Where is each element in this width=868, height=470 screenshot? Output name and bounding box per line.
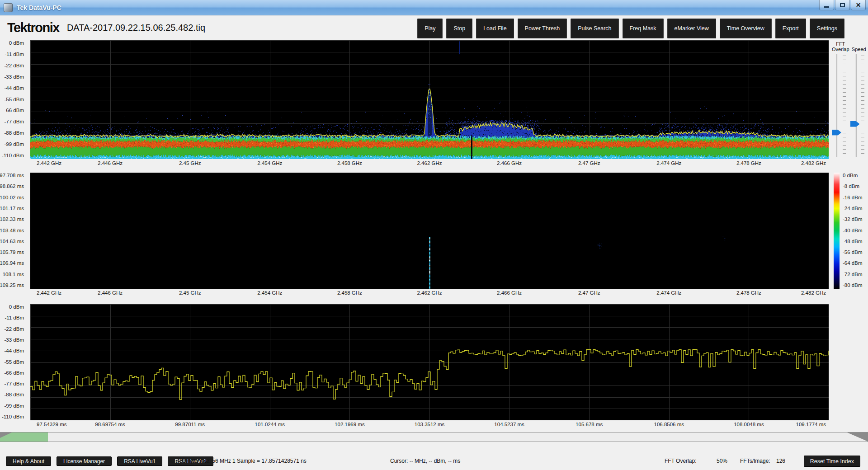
amplitude-right-spacer bbox=[829, 304, 868, 420]
spectrogram-freq-axis-tick: 2.466 GHz bbox=[497, 290, 522, 296]
spectrum-dbm-axis-tick: -11 dBm bbox=[5, 52, 24, 57]
colorbar-axis-tick: -40 dBm bbox=[843, 228, 862, 233]
spectrogram-time-axis-tick: 104.63 ms bbox=[0, 239, 24, 244]
app-window: Tek DataVu-PC ✕ Tektronix DATA-2017.09.2… bbox=[0, 0, 868, 470]
tektronix-logo: Tektronix bbox=[7, 20, 59, 35]
amplitude-time-axis-tick: 99.87011 ms bbox=[175, 422, 205, 427]
slider-panel: FFT Overlap Speed bbox=[829, 40, 868, 159]
colorbar-axis-tick: -16 dBm bbox=[843, 195, 862, 200]
speed-slider-ticks bbox=[861, 56, 864, 156]
loaded-filename: DATA-2017.09.22.15.06.25.482.tiq bbox=[67, 23, 205, 33]
colorbar-panel: 0 dBm-8 dBm-16 dBm-24 dBm-32 dBm-40 dBm-… bbox=[829, 173, 868, 289]
amplitude-time-axis-tick: 106.8506 ms bbox=[654, 422, 684, 427]
spectrogram-time-axis-tick: 98.862 ms bbox=[0, 183, 24, 189]
amplitude-time-axis-tick: 98.69754 ms bbox=[95, 422, 125, 427]
spectrum-freq-axis-tick: 2.454 GHz bbox=[257, 160, 282, 166]
statusbar-button-rsa-livevu1[interactable]: RSA LiveVu1 bbox=[117, 456, 162, 466]
amplitude-dbm-axis-tick: -11 dBm bbox=[5, 315, 24, 320]
spectrogram-time-axis-tick: 105.79 ms bbox=[0, 249, 24, 255]
amplitude-time-axis-tick: 103.3512 ms bbox=[415, 422, 445, 427]
toolbar-button-power-thresh[interactable]: Power Thresh bbox=[518, 19, 567, 38]
close-button[interactable]: ✕ bbox=[851, 0, 866, 10]
speed-slider-track[interactable] bbox=[855, 54, 857, 157]
spectrogram-freq-axis-tick: 2.482 GHz bbox=[801, 290, 826, 296]
speed-slider[interactable]: Speed bbox=[850, 40, 868, 159]
spectrogram-plot-area bbox=[30, 173, 829, 289]
statusbar-button-license-manager[interactable]: License Manager bbox=[57, 456, 112, 466]
colorbar-axis-tick: -80 dBm bbox=[843, 282, 862, 288]
amplitude-dbm-axis-tick: -22 dBm bbox=[5, 326, 24, 332]
ffts-per-image-value: 126 bbox=[776, 458, 785, 464]
amplitude-plot-area bbox=[30, 304, 829, 420]
ffts-per-image-label: FFTs/Image: bbox=[740, 458, 770, 464]
toolbar-button-export[interactable]: Export bbox=[775, 19, 806, 38]
toolbar-button-play[interactable]: Play bbox=[417, 19, 443, 38]
reset-time-index-button[interactable]: Reset Time Index bbox=[804, 456, 860, 467]
spectrogram-freq-axis-tick: 2.458 GHz bbox=[337, 290, 362, 296]
spectrogram-freq-axis-tick: 2.478 GHz bbox=[736, 290, 761, 296]
spectrogram-plot[interactable] bbox=[30, 173, 829, 289]
amplitude-dbm-axis-tick: -33 dBm bbox=[5, 337, 24, 343]
statusbar: Help & AboutLicense ManagerRSA LiveVu1RS… bbox=[0, 452, 868, 470]
amplitude-dbm-axis-tick: -110 dBm bbox=[2, 414, 24, 419]
spectrogram-time-axis-tick: 97.708 ms bbox=[0, 173, 24, 178]
toolbar-button-settings[interactable]: Settings bbox=[810, 19, 844, 38]
toolbar-button-pulse-search[interactable]: Pulse Search bbox=[571, 19, 618, 38]
spectrum-plot-area bbox=[30, 40, 829, 159]
spectrum-plot[interactable] bbox=[30, 40, 829, 159]
fft-overlap-slider-track[interactable] bbox=[836, 54, 838, 157]
spectrogram-freq-axis-tick: 2.45 GHz bbox=[179, 290, 201, 296]
spectrogram-time-axis-tick: 106.94 ms bbox=[0, 260, 24, 266]
fft-overlap-slider-ticks bbox=[843, 56, 846, 156]
amplitude-dbm-axis-tick: -77 dBm bbox=[5, 381, 24, 386]
statusbar-button-help-about[interactable]: Help & About bbox=[6, 456, 51, 466]
minimize-button[interactable] bbox=[819, 0, 834, 10]
spectrum-freq-axis-tick: 2.482 GHz bbox=[801, 160, 826, 166]
toolbar-button-time-overview[interactable]: Time Overview bbox=[720, 19, 772, 38]
spectrogram-time-axis: 97.708 ms98.862 ms100.02 ms101.17 ms102.… bbox=[0, 175, 30, 285]
speed-slider-thumb[interactable] bbox=[850, 121, 860, 127]
spectrum-freq-axis-tick: 2.47 GHz bbox=[578, 160, 600, 166]
toolbar-button-load-file[interactable]: Load File bbox=[476, 19, 514, 38]
spectrum-dbm-axis-tick: -66 dBm bbox=[5, 108, 24, 113]
app-icon bbox=[4, 3, 13, 12]
spectrogram-time-axis-tick: 100.02 ms bbox=[0, 195, 24, 200]
fft-overlap-status-label: FFT Overlap: bbox=[665, 458, 696, 464]
spectrogram-time-axis-tick: 101.17 ms bbox=[0, 206, 24, 211]
toolbar-button-freq-mask[interactable]: Freq Mask bbox=[623, 19, 664, 38]
titlebar[interactable]: Tek DataVu-PC ✕ bbox=[0, 0, 868, 15]
amplitude-dbm-axis-tick: 0 dBm bbox=[9, 304, 24, 310]
fft-overlap-slider-thumb[interactable] bbox=[832, 130, 841, 136]
spectrogram-freq-axis-tick: 2.454 GHz bbox=[257, 290, 282, 296]
spectrum-dbm-axis: 0 dBm-11 dBm-22 dBm-33 dBm-44 dBm-55 dBm… bbox=[0, 43, 30, 155]
spectrum-dbm-axis-tick: 0 dBm bbox=[9, 40, 24, 46]
toolbar: PlayStopLoad FilePower ThreshPulse Searc… bbox=[417, 19, 844, 38]
colorbar-axis-tick: -56 dBm bbox=[843, 249, 862, 255]
amplitude-dbm-axis-tick: -99 dBm bbox=[5, 403, 24, 409]
amplitude-time-axis-tick: 102.1969 ms bbox=[335, 422, 365, 427]
spectrum-dbm-axis-tick: -33 dBm bbox=[5, 74, 24, 80]
time-scrollbar[interactable] bbox=[0, 432, 868, 442]
colorbar-axis-tick: -64 dBm bbox=[843, 260, 862, 266]
cursor-readout-text: Cursor: -- MHz, -- dBm, -- ms bbox=[390, 458, 460, 464]
amplitude-plot[interactable] bbox=[30, 304, 829, 420]
minimize-icon bbox=[824, 6, 829, 8]
amplitude-dbm-axis-col: 0 dBm-11 dBm-22 dBm-33 dBm-44 dBm-55 dBm… bbox=[0, 304, 30, 420]
amplitude-dbm-axis-tick: -55 dBm bbox=[5, 359, 24, 365]
spectrum-freq-axis-tick: 2.466 GHz bbox=[497, 160, 522, 166]
header: Tektronix DATA-2017.09.22.15.06.25.482.t… bbox=[0, 15, 868, 40]
spectrum-dbm-axis-tick: -77 dBm bbox=[5, 119, 24, 124]
scrollbar-right-handle-icon[interactable] bbox=[847, 432, 868, 442]
sample-rate-text: Sample rate: 56 MHz 1 Sample = 17.857142… bbox=[180, 458, 307, 464]
amplitude-time-axis-tick: 97.54329 ms bbox=[37, 422, 67, 427]
spectrum-freq-axis-tick: 2.446 GHz bbox=[98, 160, 123, 166]
toolbar-button-stop[interactable]: Stop bbox=[446, 19, 472, 38]
fft-overlap-slider[interactable]: FFT Overlap bbox=[831, 40, 850, 159]
toolbar-button-emarker-view[interactable]: eMarker View bbox=[667, 19, 716, 38]
spectrogram-freq-axis: 2.442 GHz2.446 GHz2.45 GHz2.454 GHz2.458… bbox=[30, 290, 829, 299]
window-title: Tek DataVu-PC bbox=[17, 4, 61, 11]
spectrum-dbm-axis-tick: -88 dBm bbox=[5, 130, 24, 136]
maximize-button[interactable] bbox=[835, 0, 850, 10]
colorbar-axis: 0 dBm-8 dBm-16 dBm-24 dBm-32 dBm-40 dBm-… bbox=[843, 175, 868, 285]
spectrum-freq-axis-tick: 2.478 GHz bbox=[736, 160, 761, 166]
